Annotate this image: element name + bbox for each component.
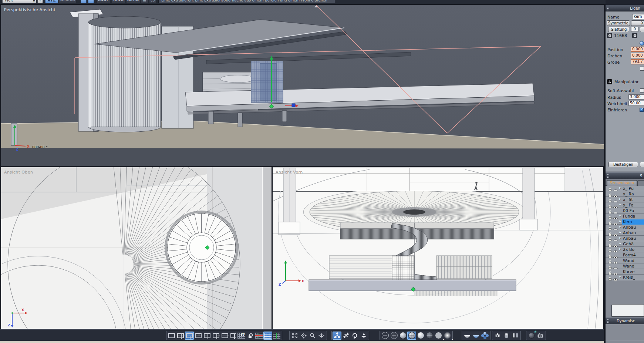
render-sphere-icon[interactable]: ✳ bbox=[527, 332, 536, 340]
axis-lock-button[interactable]: XYZ bbox=[45, 0, 58, 3]
tab-next[interactable] bbox=[637, 180, 644, 186]
dark-wireframe-icon[interactable] bbox=[425, 332, 434, 340]
symmetry-button[interactable]: Symmetrie bbox=[607, 20, 630, 26]
split-panels-icon[interactable] bbox=[511, 332, 520, 340]
grid-active-icon[interactable] bbox=[263, 332, 272, 340]
drag-handle-icon[interactable] bbox=[607, 6, 610, 11]
expand-arrow-icon[interactable]: ▶ bbox=[619, 225, 621, 228]
grid-axes-icon[interactable] bbox=[254, 332, 263, 340]
smoothing-button[interactable]: Glättung bbox=[608, 27, 629, 32]
tree-item[interactable]: ▶ Anbau bbox=[606, 236, 644, 241]
tab-szenenbaum[interactable]: Szenenbaum bbox=[607, 180, 637, 186]
manipulator-tool-icon[interactable] bbox=[333, 332, 341, 340]
coord-space-select[interactable]: Welt ▼ bbox=[2, 0, 36, 3]
abort-button[interactable]: A bbox=[640, 162, 644, 167]
fit-view-icon[interactable] bbox=[290, 332, 299, 340]
rotate-tool-icon[interactable] bbox=[350, 332, 359, 340]
soft-selection-checkbox[interactable] bbox=[640, 88, 644, 93]
rotation-x-field[interactable]: 0.000 bbox=[631, 53, 644, 58]
layout-quad-icon[interactable] bbox=[176, 332, 185, 340]
name-input[interactable]: Kern bbox=[632, 14, 644, 19]
expand-arrow-icon[interactable]: ▶ bbox=[619, 214, 621, 217]
expand-arrow-icon[interactable]: ▶ bbox=[619, 220, 621, 223]
tree-item[interactable]: ▶ x_ Ra bbox=[606, 191, 644, 197]
viewport-perspective[interactable]: Perspektivische Ansicht bbox=[1, 5, 604, 166]
expand-arrow-icon[interactable]: ▶ bbox=[619, 186, 621, 189]
tree-item[interactable]: ▶ 00 Fu bbox=[606, 208, 644, 213]
tree-item[interactable]: ▶ Wand bbox=[606, 263, 644, 269]
render-camera-icon[interactable] bbox=[536, 332, 545, 340]
confirm-button[interactable]: Bestätigen bbox=[608, 162, 638, 167]
layout-one-top-two-bottom-icon[interactable] bbox=[185, 332, 194, 340]
look-at-icon[interactable] bbox=[317, 332, 326, 340]
expand-arrow-icon[interactable]: ▶ bbox=[619, 275, 621, 278]
ambient-shading-icon[interactable]: ▸ bbox=[443, 332, 452, 340]
symmetry-axis-button[interactable]: X bbox=[631, 20, 644, 26]
uniform-scale-checkbox[interactable] bbox=[640, 67, 644, 71]
size-x-field[interactable]: 793.7 bbox=[631, 59, 644, 64]
shaded-wireframe-icon[interactable] bbox=[407, 332, 416, 340]
properties-panel-header[interactable]: Eigen bbox=[606, 5, 644, 11]
cylinder-mode-icon[interactable] bbox=[502, 332, 511, 340]
tree-item[interactable]: ▶ Kurve bbox=[606, 269, 644, 275]
move-tool-icon[interactable] bbox=[341, 332, 350, 340]
hemisphere-icon[interactable] bbox=[463, 332, 472, 340]
drag-handle-icon[interactable] bbox=[607, 174, 610, 178]
tree-item[interactable]: ▶ Wand bbox=[606, 258, 644, 263]
scale-tool-icon[interactable] bbox=[359, 332, 368, 340]
tree-item[interactable]: ▶ Kreis_ bbox=[606, 275, 644, 280]
expand-arrow-icon[interactable]: ▶ bbox=[619, 242, 621, 245]
solid-shading-icon[interactable] bbox=[398, 332, 407, 340]
tree-item[interactable]: ▶ x_ Pu bbox=[606, 186, 644, 191]
smoothing-extra-button[interactable] bbox=[640, 27, 644, 32]
hidden-line-shading-icon[interactable] bbox=[390, 332, 398, 340]
tree-item[interactable]: ▶ Form4 bbox=[606, 252, 644, 258]
radius-field[interactable]: 3.000 bbox=[628, 94, 644, 100]
viewport-front[interactable]: X Z Ansicht Vorn bbox=[273, 167, 603, 329]
tool-icon-button-1[interactable] bbox=[81, 0, 87, 3]
scene-panel-header[interactable]: S bbox=[606, 172, 644, 179]
lock-icon[interactable] bbox=[608, 275, 612, 282]
viewport-top[interactable]: X Z Ansicht Oben bbox=[1, 167, 272, 329]
flat-shading-icon[interactable]: ▸ bbox=[434, 332, 443, 340]
tree-item[interactable]: ▶ Anbau bbox=[606, 230, 644, 236]
grid-magnet-icon[interactable]: Ω bbox=[237, 332, 246, 340]
layout-two-top-one-bottom-icon[interactable] bbox=[194, 332, 203, 340]
softness-field[interactable]: 50.00 bbox=[628, 101, 644, 106]
smooth-shaded-icon[interactable] bbox=[416, 332, 425, 340]
expand-arrow-icon[interactable]: ▶ bbox=[619, 198, 621, 201]
grid-toggle-icon[interactable]: ▦ bbox=[141, 0, 148, 3]
expand-arrow-icon[interactable]: ▶ bbox=[619, 248, 621, 250]
gimbal-button[interactable]: OMEGA bbox=[59, 0, 76, 3]
freeze-checkbox[interactable] bbox=[640, 108, 644, 112]
tree-item[interactable]: ▶ x_ Fo bbox=[606, 202, 644, 208]
tool-icon-button-2[interactable] bbox=[88, 0, 94, 3]
smoothing-value[interactable]: 0 bbox=[631, 27, 638, 32]
tree-item[interactable]: ▶ 2x Bö bbox=[606, 247, 644, 252]
coord-mode-radio[interactable] bbox=[640, 41, 644, 46]
lock-magnet-icon[interactable] bbox=[246, 332, 254, 340]
expand-arrow-icon[interactable]: ▶ bbox=[619, 203, 621, 206]
loop-select-button[interactable]: LOOP bbox=[97, 0, 110, 3]
wireframe-shading-icon[interactable] bbox=[381, 332, 390, 340]
dynamics-panel-header[interactable]: Dynamisc bbox=[606, 317, 644, 324]
eye-icon[interactable] bbox=[613, 276, 618, 283]
drag-handle-icon[interactable] bbox=[607, 319, 610, 323]
tree-item[interactable]: ▶ x_ St bbox=[606, 197, 644, 202]
grid-vertical-axis-icon[interactable] bbox=[272, 332, 281, 340]
add-button[interactable]: + bbox=[37, 0, 43, 3]
zoom-region-icon[interactable] bbox=[308, 332, 317, 340]
tree-item[interactable]: ▶ Anbau bbox=[606, 225, 644, 230]
box-mode-icon[interactable] bbox=[493, 332, 502, 340]
tree-item[interactable]: ▶ Kern bbox=[606, 219, 644, 225]
between-select-button[interactable]: BETW bbox=[127, 0, 140, 3]
expand-arrow-icon[interactable]: ▶ bbox=[619, 236, 621, 239]
ring-select-button[interactable]: RING bbox=[112, 0, 125, 3]
tree-item[interactable]: ▶ Gehä bbox=[606, 241, 644, 247]
hemisphere-blue-icon[interactable] bbox=[472, 332, 481, 340]
focus-selection-icon[interactable] bbox=[299, 332, 308, 340]
layout-split-left-icon[interactable] bbox=[203, 332, 212, 340]
layout-split-right-icon[interactable] bbox=[212, 332, 220, 340]
position-x-field[interactable]: 0.000 bbox=[631, 47, 644, 52]
circle-toggle-icon[interactable]: ◯ bbox=[149, 0, 156, 3]
